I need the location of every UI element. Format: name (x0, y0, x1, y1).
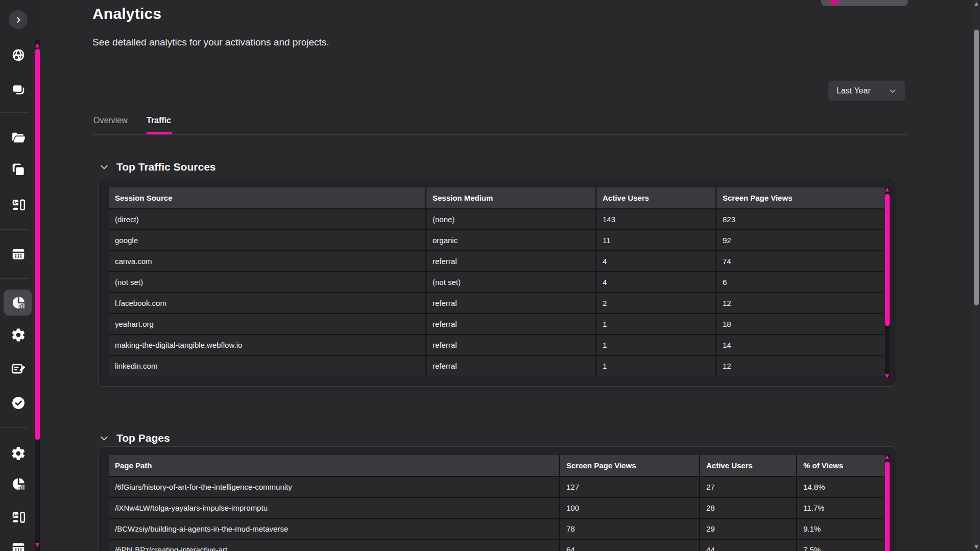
sidebar-item-library[interactable] (11, 162, 26, 178)
chevron-down-icon (99, 433, 109, 443)
sidebar-item-schedule[interactable] (11, 246, 26, 261)
edit-card-icon (11, 361, 26, 376)
chevron-right-icon (13, 15, 23, 25)
check-circle-icon (11, 395, 26, 411)
sidebar-item-approvals[interactable] (11, 395, 26, 411)
sidebar-divider (0, 112, 29, 113)
sidebar-item-analytics[interactable] (11, 295, 26, 310)
table-cell: 78 (560, 519, 699, 539)
sidebar-item-analytics-secondary[interactable] (11, 476, 26, 492)
table-cell: yeahart.org (109, 314, 425, 334)
analytics-page: Analytics See detailed analytics for you… (0, 0, 980, 551)
tab-overview[interactable]: Overview (93, 116, 128, 125)
devices-icon (11, 197, 26, 212)
sidebar-item-projects[interactable] (11, 130, 26, 145)
window-scroll-down-arrow[interactable] (974, 545, 978, 549)
sidebar-item-discover[interactable] (11, 48, 26, 63)
date-range-dropdown[interactable]: Last Year (828, 81, 905, 101)
column-header-active-users[interactable]: Active Users (700, 455, 796, 476)
column-header-page-path[interactable]: Page Path (109, 455, 559, 476)
table-cell: 4 (596, 272, 715, 292)
table-scrollbar-thumb[interactable] (885, 194, 890, 326)
page-subtitle: See detailed analytics for your activati… (92, 37, 329, 48)
stacked-cards-icon (11, 82, 26, 98)
window-scroll-up-arrow[interactable] (974, 2, 978, 6)
sidebar-scrollbar-thumb[interactable] (35, 49, 40, 440)
sidebar-item-schedule-secondary[interactable] (11, 540, 26, 551)
section-toggle-top-pages[interactable]: Top Pages (99, 430, 170, 446)
table-cell: (not set) (426, 272, 595, 292)
table-scroll-down-arrow[interactable] (885, 374, 889, 378)
gear-icon (11, 327, 26, 343)
table-cell: 2 (596, 293, 715, 313)
sidebar-item-activations[interactable] (11, 82, 26, 98)
table-cell: 64 (560, 540, 699, 551)
column-header-session-source[interactable]: Session Source (109, 187, 425, 208)
calendar-icon (11, 540, 26, 551)
table-cell: /6fGiurs/history-of-art-for-the-intellig… (109, 477, 559, 497)
table-cell: /BCWzsiy/building-ai-agents-in-the-mud-m… (109, 519, 559, 539)
table-cell: l.facebook.com (109, 293, 425, 313)
column-header-active-users[interactable]: Active Users (596, 187, 715, 208)
column-header-session-medium[interactable]: Session Medium (426, 187, 595, 208)
table-cell: (none) (426, 209, 595, 229)
table-cell: google (109, 230, 425, 250)
table-cell: 143 (596, 209, 715, 229)
column-header--of-views[interactable]: % of Views (797, 455, 886, 476)
table-cell: 7.5% (797, 540, 886, 551)
sidebar-item-screens[interactable] (11, 197, 26, 212)
table-cell: 100 (560, 498, 699, 518)
table-cell: (not set) (109, 272, 425, 292)
table-cell: 4 (596, 251, 715, 271)
top-pages-card: Page PathScreen Page ViewsActive Users% … (99, 446, 896, 551)
folder-open-icon (11, 130, 26, 145)
table-cell: linkedin.com (109, 356, 425, 376)
table-cell: 14 (716, 335, 886, 355)
avatar[interactable] (829, 0, 840, 5)
table-cell: 12 (716, 356, 886, 376)
section-toggle-traffic-sources[interactable]: Top Traffic Sources (99, 159, 216, 175)
table-cell: referral (426, 335, 595, 355)
table-scroll-up-arrow[interactable] (885, 187, 889, 191)
sidebar-scroll-up-arrow[interactable] (35, 43, 39, 47)
table-cell: /iXNw4LW/tolga-yayalars-impulse-imprompt… (109, 498, 559, 518)
table-cell: 14.8% (797, 477, 886, 497)
table-cell: 29 (700, 519, 796, 539)
date-range-value: Last Year (836, 86, 871, 95)
traffic-sources-card: Session SourceSession MediumActive Users… (99, 179, 896, 387)
sidebar-scroll-down-arrow[interactable] (35, 543, 39, 547)
table-cell: 1 (596, 356, 715, 376)
window-scrollbar-thumb[interactable] (974, 30, 979, 305)
gear-icon (11, 446, 26, 461)
table-cell: organic (426, 230, 595, 250)
sidebar-item-settings[interactable] (11, 327, 26, 343)
tab-traffic[interactable]: Traffic (147, 116, 171, 125)
column-header-screen-page-views[interactable]: Screen Page Views (716, 187, 886, 208)
table-scrollbar (885, 187, 890, 378)
top-pages-table: Page PathScreen Page ViewsActive Users% … (109, 455, 882, 551)
tab-divider (92, 134, 906, 135)
pie-chart-icon (11, 295, 26, 310)
table-scrollbar-thumb[interactable] (885, 462, 890, 551)
sidebar-item-content[interactable] (11, 361, 26, 376)
table-cell: referral (426, 314, 595, 334)
table-cell: 12 (716, 293, 886, 313)
sidebar-item-screens-secondary[interactable] (11, 510, 26, 525)
table-cell: canva.com (109, 251, 425, 271)
table-scroll-up-arrow[interactable] (885, 455, 889, 459)
table-cell: 127 (560, 477, 699, 497)
table-cell: (direct) (109, 209, 425, 229)
table-cell: /6PbLBPz/creating-interactive-art (109, 540, 559, 551)
table-cell: 18 (716, 314, 886, 334)
chevron-down-icon (889, 87, 897, 95)
table-cell: making-the-digital-tangible.webflow.io (109, 335, 425, 355)
section-title: Top Pages (116, 432, 170, 444)
copy-icon (11, 162, 26, 178)
table-scrollbar (885, 455, 890, 551)
column-header-screen-page-views[interactable]: Screen Page Views (560, 455, 699, 476)
sidebar-divider (0, 427, 29, 428)
sidebar-item-settings-secondary[interactable] (11, 446, 26, 461)
table-cell: 44 (700, 540, 796, 551)
table-cell: 28 (700, 498, 796, 518)
sidebar-expand-button[interactable] (9, 10, 28, 29)
